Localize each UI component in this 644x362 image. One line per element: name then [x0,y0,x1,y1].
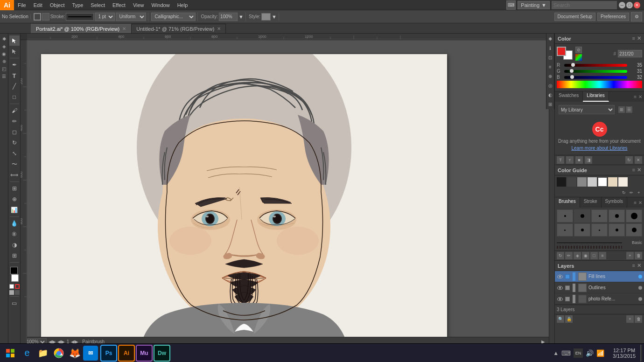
layer-tb-lock[interactable]: 🔒 [565,315,573,323]
layer-expand-fill[interactable] [573,272,575,281]
guide-add-icon[interactable]: + [636,189,642,196]
menu-effect[interactable]: Effect [109,0,129,10]
guide-color-3[interactable] [577,177,587,187]
brush-4[interactable] [609,209,625,223]
color-gradient-icon[interactable] [575,54,582,61]
guide-color-5[interactable] [598,177,607,187]
tray-volume[interactable]: 🔊 [586,349,594,357]
tab-stroke[interactable]: Stroke [580,197,602,208]
brush-1[interactable] [557,209,573,223]
library-learn-link[interactable]: Learn more about Libraries [571,146,627,151]
tab-libraries[interactable]: Libraries [583,91,609,102]
guide-color-6[interactable] [608,177,617,187]
taskbar-explorer[interactable]: 📁 [35,346,50,361]
tool-pencil[interactable]: ✏ [9,116,20,126]
brush-7[interactable] [574,223,590,237]
lib-char-style-icon[interactable]: T [566,156,574,164]
tool-pen[interactable]: ✒ [9,60,20,70]
library-select[interactable]: My Library [559,105,615,114]
color-guide-menu[interactable]: ≡ [632,167,635,173]
color-none-icon[interactable]: ⊘ [575,47,582,53]
color-guide-close[interactable]: ✕ [637,167,641,173]
opacity-input[interactable] [219,13,238,21]
tray-up-arrow[interactable]: ▲ [553,350,559,356]
taskbar-illustrator[interactable]: Ai [118,345,135,362]
taskbar-firefox[interactable]: 🦊 [67,346,82,361]
taskbar-dreamweaver[interactable]: Dw [154,345,170,362]
tab-portrait-close[interactable]: ✕ [122,26,126,31]
menu-edit[interactable]: Edit [30,0,46,10]
tray-network[interactable]: 📶 [596,349,604,357]
brush-tb-icon-5[interactable]: □ [590,252,598,259]
normal-mode[interactable] [9,290,14,295]
tool-eyedropper[interactable]: 💧 [9,218,20,229]
brush-tb-icon-1[interactable]: ↻ [557,252,564,259]
screen-mode[interactable] [15,290,20,295]
tool-mesh[interactable]: ⊞ [9,251,20,261]
lib-refresh-icon[interactable]: ↻ [625,156,633,164]
brush-tb-icon-2[interactable]: ✏ [565,252,573,259]
library-list-icon[interactable]: ☰ [626,106,632,113]
taskbar-clock[interactable]: 12:17 PM 3/13/2015 [609,348,639,359]
tool-chart[interactable]: 📊 [9,205,20,215]
brush-tb-icon-4[interactable]: ◉ [582,252,589,259]
menu-window[interactable]: Window [148,0,174,10]
taskbar-muse[interactable]: Mu [136,345,153,362]
brush-tb-icon-6[interactable]: ≡ [599,252,606,259]
menu-file[interactable]: File [14,0,30,10]
library-grid-icon[interactable]: ⊞ [618,106,625,113]
tool-blend[interactable]: ⑧ [9,229,20,239]
guide-color-7[interactable] [618,177,628,187]
tray-lang[interactable]: EN [574,348,583,358]
brush-select[interactable]: Calligraphic... [151,13,196,21]
guide-color-4[interactable] [588,177,597,187]
document-setup-button[interactable]: Document Setup [554,13,596,21]
guide-edit-icon[interactable]: ✏ [628,189,635,196]
tool-rect[interactable]: □ [9,92,20,102]
layers-panel-close[interactable]: ✕ [637,263,641,269]
layers-panel-menu[interactable]: ≡ [632,263,635,269]
layer-outlines[interactable]: Outlines [555,282,644,293]
brush-6[interactable] [557,223,573,237]
brush-10[interactable] [626,223,642,237]
layer-tb-make[interactable]: + [626,315,634,323]
tool-warp[interactable]: 〜 [9,159,20,169]
maximize-button[interactable]: □ [626,2,633,8]
layer-expand-outlines[interactable] [573,284,575,292]
layer-photo-ref[interactable]: photo Refe... [555,293,644,305]
tool-eraser[interactable]: ◻ [9,127,20,137]
color-panel-menu[interactable]: ✕ [637,35,641,42]
brushes-panel-close[interactable]: ✕ [638,200,642,205]
tool-line[interactable]: ╱ [9,81,20,91]
swatches-panel-close[interactable]: ✕ [638,94,642,99]
arrange-icon[interactable]: ⚙ [631,12,642,21]
layer-expand-photo[interactable] [573,295,575,303]
menu-help[interactable]: Help [174,0,192,10]
color-panel-collapse[interactable]: ≡ [632,35,635,42]
lib-color-icon[interactable]: ■ [575,156,583,164]
left-icon-2[interactable]: ◈ [1,43,7,49]
layer-tb-delete[interactable]: 🗑 [635,315,642,323]
tab-brushes[interactable]: Brushes [555,197,580,208]
layer-fill-lines[interactable]: Fill lines [555,271,644,282]
tool-artboard[interactable]: ▭ [9,298,20,308]
lib-swatch-icon[interactable]: ◨ [585,156,592,164]
lib-add-icon[interactable]: ✕ [635,156,642,164]
drawing-canvas[interactable] [41,54,447,337]
brush-2[interactable] [574,209,590,223]
tool-select[interactable] [9,35,20,46]
brush-9[interactable] [609,223,625,237]
brushes-panel-menu[interactable]: ≡ [634,200,637,205]
brush-3[interactable] [591,209,608,223]
menu-select[interactable]: Select [87,0,109,10]
fg-swatch[interactable] [557,47,566,56]
tab-portrait[interactable]: Portrait2.ai* @ 100% (RGB/Preview) ✕ [31,24,131,33]
color-spectrum[interactable] [557,81,642,88]
guide-harmony-icon[interactable]: ↻ [621,189,627,196]
swatches-panel-menu[interactable]: ≡ [634,94,637,99]
brush-5[interactable] [626,209,642,223]
tool-free-transform[interactable]: ⊞ [9,183,20,194]
brush-tb-icon-3[interactable]: ◈ [574,252,581,259]
layer-vis-photo[interactable] [557,296,563,302]
left-icon-5[interactable]: ◰ [1,65,7,72]
